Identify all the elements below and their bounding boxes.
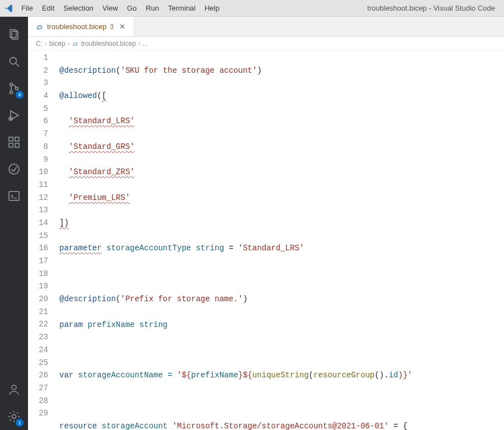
- svg-point-2: [10, 58, 17, 64]
- line-number: 4: [28, 90, 48, 102]
- menu-terminal[interactable]: Terminal: [164, 0, 200, 17]
- svg-point-5: [10, 91, 13, 94]
- line-number: 23: [28, 331, 48, 344]
- breadcrumb-part[interactable]: troubleshoot.bicep: [81, 40, 136, 48]
- activity-bar: 4 1: [0, 17, 28, 430]
- svg-rect-9: [9, 137, 13, 141]
- line-number: 19: [28, 280, 48, 293]
- chevron-right-icon: ›: [68, 40, 70, 48]
- svg-rect-10: [9, 143, 13, 147]
- line-number: 5: [28, 102, 48, 115]
- line-number: 7: [28, 128, 48, 141]
- menu-run[interactable]: Run: [141, 0, 164, 17]
- source-control-icon[interactable]: 4: [0, 75, 28, 102]
- tab-close-icon[interactable]: ✕: [119, 22, 125, 31]
- line-number: 20: [28, 293, 48, 306]
- line-number: 22: [28, 318, 48, 331]
- code-editor[interactable]: 1234567891011121314151617181920212223242…: [28, 50, 504, 430]
- line-number: 14: [28, 217, 48, 230]
- accounts-icon[interactable]: [0, 376, 28, 403]
- line-number: 3: [28, 77, 48, 90]
- line-number: 29: [28, 407, 48, 420]
- explorer-icon[interactable]: [0, 21, 28, 48]
- code-content[interactable]: @description('SKU for the storage accoun…: [59, 52, 504, 430]
- manage-badge: 1: [16, 419, 24, 427]
- line-number: 25: [28, 357, 48, 370]
- title-bar: File Edit Selection View Go Run Terminal…: [0, 0, 504, 17]
- line-number: 15: [28, 230, 48, 242]
- window-title: troubleshoot.bicep - Visual Studio Code: [367, 4, 500, 12]
- svg-rect-14: [9, 191, 19, 200]
- line-number: 28: [28, 395, 48, 408]
- bicep-file-icon: [72, 40, 79, 47]
- menu-selection[interactable]: Selection: [59, 0, 97, 17]
- svg-point-17: [12, 415, 16, 419]
- tab-troubleshoot[interactable]: troubleshoot.bicep 3 ✕: [28, 17, 133, 36]
- terminal-panel-icon[interactable]: [0, 183, 28, 209]
- line-number: 1: [28, 52, 48, 64]
- extensions-icon[interactable]: [0, 129, 28, 156]
- search-icon[interactable]: [0, 48, 28, 75]
- line-number: 9: [28, 153, 48, 166]
- line-number: 17: [28, 255, 48, 268]
- test-icon[interactable]: [0, 156, 28, 183]
- line-number: 18: [28, 268, 48, 281]
- svg-point-4: [10, 83, 13, 86]
- line-number: 11: [28, 179, 48, 191]
- line-number: 27: [28, 382, 48, 395]
- manage-icon[interactable]: 1: [0, 403, 28, 430]
- chevron-right-icon: ›: [138, 40, 141, 48]
- line-number: 8: [28, 141, 48, 153]
- line-number: 2: [28, 64, 48, 77]
- editor-actions-icon[interactable]: [133, 17, 153, 36]
- breadcrumb-part[interactable]: ...: [143, 40, 148, 48]
- menu-help[interactable]: Help: [200, 0, 224, 17]
- line-number: 13: [28, 204, 48, 217]
- svg-rect-1: [12, 31, 18, 39]
- svg-line-3: [16, 63, 19, 67]
- menu-view[interactable]: View: [98, 0, 123, 17]
- line-number: 10: [28, 166, 48, 179]
- tab-filename: troubleshoot.bicep: [47, 22, 106, 31]
- svg-rect-0: [10, 30, 16, 38]
- vscode-icon: [4, 4, 13, 13]
- breadcrumb-part[interactable]: bicep: [49, 40, 66, 48]
- svg-marker-7: [11, 111, 18, 120]
- source-control-badge: 4: [16, 91, 24, 99]
- bicep-file-icon: [36, 23, 44, 31]
- svg-rect-11: [15, 143, 19, 147]
- chevron-right-icon: ›: [45, 40, 47, 48]
- line-number: 21: [28, 306, 48, 319]
- editor-area: troubleshoot.bicep 3 ✕ C: › bicep › trou…: [28, 17, 504, 430]
- tab-problem-count: 3: [110, 23, 114, 31]
- svg-point-16: [12, 385, 16, 390]
- line-number: 26: [28, 369, 48, 382]
- line-number: 6: [28, 115, 48, 128]
- line-number: 16: [28, 242, 48, 255]
- menu-edit[interactable]: Edit: [38, 0, 59, 17]
- run-debug-icon[interactable]: [0, 102, 28, 129]
- svg-rect-12: [15, 137, 19, 141]
- breadcrumb[interactable]: C: › bicep › troubleshoot.bicep › ...: [28, 37, 504, 50]
- menu-file[interactable]: File: [17, 0, 38, 17]
- menu-go[interactable]: Go: [123, 0, 141, 17]
- line-number-gutter: 1234567891011121314151617181920212223242…: [28, 52, 59, 430]
- line-number: 12: [28, 191, 48, 204]
- tab-bar: troubleshoot.bicep 3 ✕: [28, 17, 504, 37]
- svg-point-13: [9, 164, 19, 174]
- breadcrumb-part[interactable]: C:: [36, 40, 43, 48]
- line-number: 24: [28, 344, 48, 357]
